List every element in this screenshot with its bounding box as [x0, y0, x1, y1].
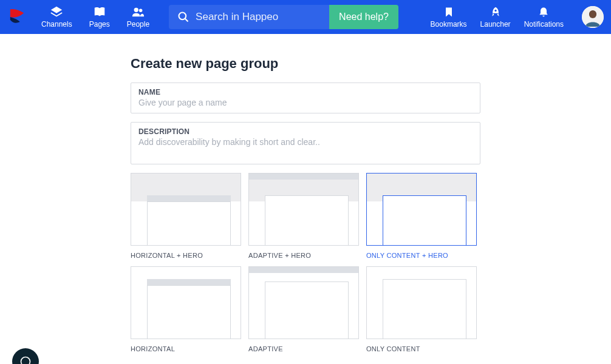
- search-icon: [177, 11, 189, 23]
- template-adaptive[interactable]: ADAPTIVE: [248, 266, 359, 352]
- nav-label: People: [127, 20, 149, 29]
- svg-line-3: [185, 19, 188, 22]
- template-grid: HORIZONTAL + HERO ADAPTIVE + HERO ONLY C…: [131, 173, 480, 352]
- template-label: HORIZONTAL: [131, 345, 241, 352]
- nav-label: Pages: [89, 20, 110, 29]
- search-container: Need help?: [169, 5, 398, 29]
- bell-icon: [537, 5, 550, 19]
- people-icon: [131, 5, 145, 19]
- description-input[interactable]: [138, 136, 473, 157]
- nav-people[interactable]: People: [127, 5, 149, 29]
- svg-point-1: [139, 9, 143, 13]
- secondary-nav: Bookmarks Launcher Notifications: [431, 5, 604, 29]
- svg-point-2: [179, 13, 186, 20]
- page-title: Create new page group: [131, 56, 480, 72]
- template-preview: [248, 173, 359, 246]
- template-preview: [131, 266, 241, 339]
- template-adaptive-hero[interactable]: ADAPTIVE + HERO: [248, 173, 359, 259]
- template-horizontal[interactable]: HORIZONTAL: [131, 266, 241, 352]
- nav-label: Launcher: [480, 20, 511, 29]
- template-label: ONLY CONTENT + HERO: [366, 252, 477, 259]
- template-label: ADAPTIVE + HERO: [248, 252, 359, 259]
- name-label: NAME: [138, 88, 473, 96]
- help-button[interactable]: Need help?: [329, 5, 398, 29]
- topbar: Channels Pages People Need help? Bookmar…: [0, 0, 611, 34]
- svg-point-4: [494, 10, 496, 12]
- svg-point-7: [589, 11, 596, 18]
- name-field-wrapper[interactable]: NAME: [131, 83, 480, 113]
- template-label: ONLY CONTENT: [366, 345, 477, 352]
- nav-pages[interactable]: Pages: [89, 5, 110, 29]
- rocket-icon: [489, 5, 502, 19]
- main-content: Create new page group NAME DESCRIPTION H…: [0, 34, 611, 352]
- name-input[interactable]: [138, 96, 473, 107]
- template-label: HORIZONTAL + HERO: [131, 252, 241, 259]
- template-preview: [366, 266, 477, 339]
- template-horizontal-hero[interactable]: HORIZONTAL + HERO: [131, 173, 241, 259]
- template-label: ADAPTIVE: [248, 345, 359, 352]
- description-label: DESCRIPTION: [138, 127, 473, 136]
- description-field-wrapper[interactable]: DESCRIPTION: [131, 122, 480, 164]
- layers-icon: [50, 5, 63, 19]
- nav-label: Channels: [41, 20, 72, 29]
- template-only-content[interactable]: ONLY CONTENT: [366, 266, 477, 352]
- nav-notifications[interactable]: Notifications: [524, 5, 564, 29]
- book-icon: [93, 5, 106, 19]
- nav-bookmarks[interactable]: Bookmarks: [431, 5, 467, 29]
- app-logo[interactable]: [7, 7, 27, 27]
- bookmark-icon: [442, 5, 456, 19]
- template-only-content-hero[interactable]: ONLY CONTENT + HERO: [366, 173, 477, 259]
- template-preview: [366, 173, 477, 246]
- nav-label: Notifications: [524, 20, 564, 29]
- primary-nav: Channels Pages People: [41, 5, 149, 29]
- search-input[interactable]: [189, 11, 329, 23]
- svg-point-0: [134, 8, 138, 12]
- template-preview: [131, 173, 241, 246]
- nav-channels[interactable]: Channels: [41, 5, 72, 29]
- nav-launcher[interactable]: Launcher: [480, 5, 511, 29]
- template-preview: [248, 266, 359, 339]
- nav-label: Bookmarks: [431, 20, 467, 29]
- user-avatar[interactable]: [582, 6, 604, 28]
